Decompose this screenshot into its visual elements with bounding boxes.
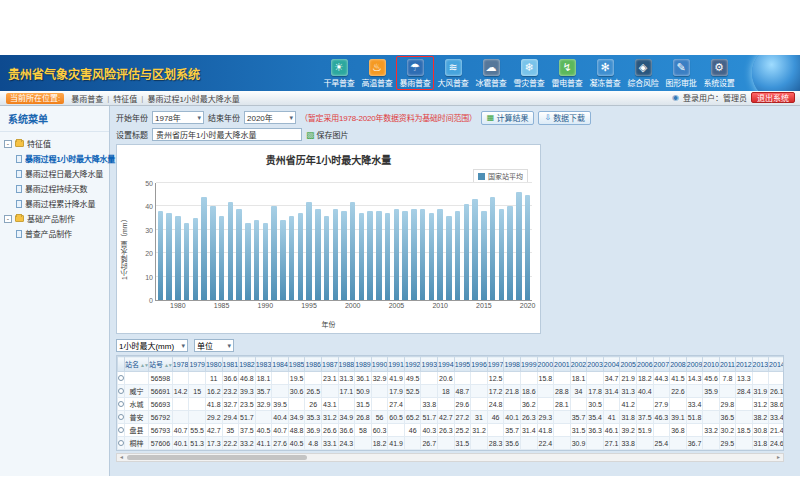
year-column-header[interactable]: 2013 — [752, 357, 769, 372]
breadcrumb-item[interactable]: 暴雨普查 — [71, 93, 103, 104]
collapse-icon[interactable]: - — [4, 215, 12, 223]
unit-select[interactable]: 单位 ▾ — [194, 339, 234, 352]
year-column-header[interactable]: 2002 — [570, 357, 587, 372]
scroll-right-icon[interactable]: ► — [774, 454, 783, 461]
nav-item-heat[interactable]: ♨高温普查 — [358, 56, 396, 90]
tree-item[interactable]: 暴雨过程日最大降水量 — [3, 166, 106, 181]
value-cell — [189, 398, 206, 411]
tree-group-header[interactable]: -基础产品制作 — [3, 211, 106, 226]
start-year-select[interactable]: 1978年 ▾ — [152, 111, 204, 124]
year-column-header[interactable]: 1978 — [172, 357, 189, 372]
row-radio-icon[interactable] — [118, 388, 124, 394]
value-cell: 18.5 — [735, 424, 752, 437]
year-column-header[interactable]: 2005 — [620, 357, 637, 372]
year-column-header[interactable]: 2008 — [670, 357, 687, 372]
row-select-cell[interactable] — [118, 385, 125, 398]
nav-item-lightning[interactable]: ↯雷电普查 — [548, 56, 586, 90]
year-column-header[interactable]: 2010 — [703, 357, 720, 372]
value-type-select[interactable]: 1小时最大(mm) ▾ — [116, 339, 188, 352]
year-column-header[interactable]: 2011 — [719, 357, 735, 372]
year-column-header[interactable]: 1985 — [288, 357, 305, 372]
breadcrumb-item[interactable]: 特征值 — [113, 93, 137, 104]
column-header[interactable]: 站名▲▼ — [125, 357, 149, 372]
document-icon — [16, 230, 22, 238]
scrollbar-thumb[interactable] — [127, 455, 307, 460]
tree-item[interactable]: 普查产品制作 — [3, 226, 106, 241]
chart-title-input[interactable] — [152, 128, 302, 141]
station-name-cell: 普安 — [125, 411, 149, 424]
row-radio-icon[interactable] — [118, 401, 124, 407]
year-column-header[interactable]: 1990 — [371, 357, 388, 372]
breadcrumb-item[interactable]: 暴雨过程1小时最大降水量 — [147, 93, 239, 104]
year-column-header[interactable]: 2012 — [735, 357, 752, 372]
tree-item[interactable]: 暴雨过程持续天数 — [3, 181, 106, 196]
year-column-header[interactable]: 1988 — [338, 357, 355, 372]
year-column-header[interactable]: 1984 — [272, 357, 289, 372]
nav-item-settings[interactable]: ⚙系统设置 — [700, 56, 738, 90]
sort-arrows-icon[interactable]: ▲▼ — [140, 362, 148, 368]
nav-item-review[interactable]: ✎图形审批 — [662, 56, 700, 90]
row-radio-icon[interactable] — [118, 414, 124, 420]
year-column-header[interactable]: 2004 — [603, 357, 620, 372]
year-column-header[interactable]: 1995 — [454, 357, 471, 372]
nav-item-freeze[interactable]: ✻凝冻普查 — [586, 56, 624, 90]
scroll-left-icon[interactable]: ◄ — [117, 454, 126, 461]
row-radio-icon[interactable] — [118, 375, 124, 381]
year-column-header[interactable]: 1982 — [239, 357, 256, 372]
data-download-button[interactable]: ⇩ 数据下载 — [538, 111, 591, 125]
year-column-header[interactable]: 2007 — [653, 357, 670, 372]
sort-arrows-icon[interactable]: ▲▼ — [164, 362, 172, 368]
row-radio-icon[interactable] — [118, 427, 124, 433]
year-column-header[interactable]: 1983 — [255, 357, 272, 372]
year-column-header[interactable]: 1997 — [487, 357, 504, 372]
row-select-cell[interactable] — [118, 398, 125, 411]
year-column-header[interactable]: 2000 — [537, 357, 554, 372]
year-column-header[interactable]: 1992 — [404, 357, 421, 372]
year-column-header[interactable]: 1981 — [222, 357, 239, 372]
year-column-header[interactable]: 1999 — [520, 357, 537, 372]
nav-item-hail[interactable]: ☁冰雹普查 — [472, 56, 510, 90]
value-cell: 36.7 — [686, 437, 703, 450]
value-cell: 40.5 — [255, 424, 272, 437]
year-column-header[interactable]: 1998 — [504, 357, 521, 372]
year-column-header[interactable]: 1989 — [355, 357, 372, 372]
nav-item-drought[interactable]: ☀干旱普查 — [320, 56, 358, 90]
save-image-button[interactable]: ▧ 保存图片 — [306, 129, 349, 140]
year-column-header[interactable]: 1987 — [322, 357, 339, 372]
year-column-header[interactable]: 2003 — [587, 357, 604, 372]
nav-item-rainstorm[interactable]: ☂暴雨普查 — [396, 56, 434, 90]
tree-item[interactable]: 暴雨过程累计降水量 — [3, 196, 106, 211]
horizontal-scrollbar[interactable]: ◄ ► — [116, 453, 784, 462]
nav-item-snow[interactable]: ❄雪灾普查 — [510, 56, 548, 90]
end-year-select[interactable]: 2020年 ▾ — [244, 111, 296, 124]
row-select-cell[interactable] — [118, 411, 125, 424]
nav-item-wind[interactable]: ≋大风普查 — [434, 56, 472, 90]
logout-button[interactable]: 退出系统 — [751, 92, 795, 103]
calculate-button[interactable]: ▦ 计算结果 — [481, 111, 535, 125]
value-cell: 18.2 — [637, 372, 654, 385]
tree-item-label: 暴雨过程累计降水量 — [25, 198, 95, 209]
row-radio-icon[interactable] — [118, 440, 124, 446]
year-column-header[interactable]: 2006 — [637, 357, 654, 372]
year-column-header[interactable]: 1994 — [438, 357, 455, 372]
nav-item-risk[interactable]: ◈综合风险 — [624, 56, 662, 90]
year-column-header[interactable]: 1991 — [388, 357, 405, 372]
year-column-header[interactable]: 1996 — [471, 357, 488, 372]
collapse-icon[interactable]: - — [4, 140, 12, 148]
value-cell: 23.2 — [222, 385, 239, 398]
year-column-header[interactable]: 1986 — [305, 357, 322, 372]
year-column-header[interactable]: 1980 — [205, 357, 222, 372]
column-header[interactable]: 站号▲▼ — [148, 357, 172, 372]
row-select-cell[interactable] — [118, 372, 125, 385]
year-column-header[interactable]: 2014 — [769, 357, 784, 372]
year-column-header[interactable]: 1979 — [189, 357, 206, 372]
year-column-header[interactable]: 1993 — [421, 357, 438, 372]
value-cell: 33.2 — [703, 424, 720, 437]
row-select-cell[interactable] — [118, 437, 125, 450]
year-column-header[interactable]: 2009 — [686, 357, 703, 372]
year-column-header[interactable]: 2001 — [554, 357, 571, 372]
value-cell: 30.5 — [587, 398, 604, 411]
row-select-cell[interactable] — [118, 424, 125, 437]
tree-item[interactable]: 暴雨过程1小时最大降水量 — [3, 151, 106, 166]
tree-group-header[interactable]: -特征值 — [3, 136, 106, 151]
